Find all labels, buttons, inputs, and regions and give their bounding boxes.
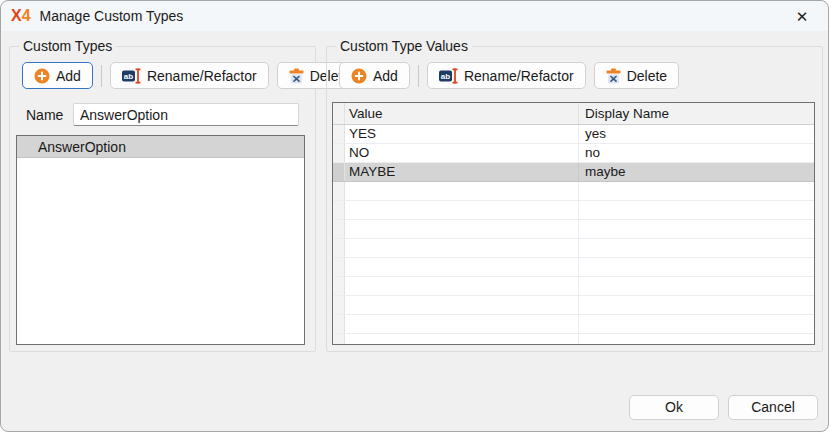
toolbar-separator: [101, 65, 102, 87]
delete-value-label: Delete: [627, 68, 667, 84]
custom-types-toolbar: Add ab Rename/Refactor Delete: [22, 62, 362, 89]
custom-type-values-toolbar: Add ab Rename/Refactor Delete: [339, 62, 679, 89]
toolbar-separator: [418, 65, 419, 87]
add-value-button[interactable]: Add: [339, 62, 410, 89]
empty-table-row[interactable]: [333, 315, 814, 334]
rename-value-button[interactable]: ab Rename/Refactor: [427, 62, 586, 89]
values-table-body: YESyesNOnoMAYBEmaybe: [333, 125, 814, 345]
display-name-cell: [579, 201, 814, 219]
empty-table-row[interactable]: [333, 258, 814, 277]
value-cell: [345, 334, 579, 345]
add-type-label: Add: [56, 68, 81, 84]
list-item[interactable]: AnswerOption: [17, 136, 304, 158]
delete-value-button[interactable]: Delete: [594, 62, 679, 89]
custom-types-list: AnswerOption: [16, 135, 305, 345]
value-cell: [345, 258, 579, 276]
value-cell: [345, 182, 579, 200]
manage-custom-types-dialog: X4 Manage Custom Types ✕ Custom Types Ad…: [0, 0, 829, 432]
rename-value-label: Rename/Refactor: [464, 68, 574, 84]
window-title: Manage Custom Types: [40, 8, 184, 24]
value-cell: [345, 277, 579, 295]
add-type-button[interactable]: Add: [22, 62, 93, 89]
table-row[interactable]: NOno: [333, 144, 814, 163]
trash-x-icon: [289, 68, 304, 84]
custom-type-values-group-label: Custom Type Values: [336, 38, 472, 55]
row-header-cell: [333, 334, 345, 345]
table-row[interactable]: MAYBEmaybe: [333, 163, 814, 182]
custom-types-group-label: Custom Types: [19, 38, 116, 55]
row-header-cell: [333, 163, 345, 181]
table-row[interactable]: YESyes: [333, 125, 814, 144]
row-header-cell: [333, 220, 345, 238]
custom-types-group: Custom Types Add ab Rename/Refactor: [9, 46, 316, 352]
display-name-cell: [579, 296, 814, 314]
plus-circle-icon: [34, 68, 50, 84]
empty-table-row[interactable]: [333, 182, 814, 201]
value-cell: [345, 201, 579, 219]
values-table: Value Display Name YESyesNOnoMAYBEmaybe: [332, 102, 815, 345]
display-name-cell: [579, 239, 814, 257]
value-cell[interactable]: MAYBE: [345, 163, 579, 181]
display-name-column-header: Display Name: [579, 103, 814, 124]
cancel-button[interactable]: Cancel: [728, 395, 818, 420]
value-cell: [345, 220, 579, 238]
value-cell: [345, 296, 579, 314]
display-name-cell: [579, 315, 814, 333]
rename-ab-cursor-icon: ab: [122, 68, 141, 84]
display-name-cell[interactable]: yes: [579, 125, 814, 143]
value-cell: [345, 239, 579, 257]
title-bar[interactable]: X4 Manage Custom Types ✕: [1, 1, 828, 31]
display-name-cell[interactable]: no: [579, 144, 814, 162]
ok-button[interactable]: Ok: [629, 395, 719, 420]
display-name-cell: [579, 334, 814, 345]
rename-ab-cursor-icon: ab: [439, 68, 458, 84]
value-column-header: Value: [345, 103, 579, 124]
row-header-cell: [333, 144, 345, 162]
add-value-label: Add: [373, 68, 398, 84]
svg-text:ab: ab: [124, 72, 133, 81]
rename-type-button[interactable]: ab Rename/Refactor: [110, 62, 269, 89]
row-header-cell: [333, 103, 345, 124]
custom-type-values-group: Custom Type Values Add ab Rename/Refacto…: [326, 46, 823, 352]
values-table-header: Value Display Name: [333, 103, 814, 125]
row-header-cell: [333, 182, 345, 200]
row-header-cell: [333, 315, 345, 333]
display-name-cell: [579, 277, 814, 295]
name-input[interactable]: [73, 103, 299, 126]
plus-circle-icon: [351, 68, 367, 84]
value-cell[interactable]: NO: [345, 144, 579, 162]
row-header-cell: [333, 258, 345, 276]
empty-table-row[interactable]: [333, 296, 814, 315]
row-header-cell: [333, 125, 345, 143]
empty-table-row[interactable]: [333, 239, 814, 258]
row-header-cell: [333, 201, 345, 219]
name-label: Name: [26, 107, 63, 123]
empty-table-row[interactable]: [333, 277, 814, 296]
empty-table-row[interactable]: [333, 334, 814, 345]
value-cell: [345, 315, 579, 333]
display-name-cell: [579, 258, 814, 276]
row-header-cell: [333, 277, 345, 295]
value-cell[interactable]: YES: [345, 125, 579, 143]
row-header-cell: [333, 239, 345, 257]
display-name-cell: [579, 182, 814, 200]
empty-table-row[interactable]: [333, 220, 814, 239]
display-name-cell[interactable]: maybe: [579, 163, 814, 181]
empty-table-row[interactable]: [333, 201, 814, 220]
row-header-cell: [333, 296, 345, 314]
app-logo-icon: X4: [11, 7, 31, 25]
rename-type-label: Rename/Refactor: [147, 68, 257, 84]
close-icon[interactable]: ✕: [790, 5, 814, 29]
display-name-cell: [579, 220, 814, 238]
trash-x-icon: [606, 68, 621, 84]
svg-text:ab: ab: [441, 72, 450, 81]
